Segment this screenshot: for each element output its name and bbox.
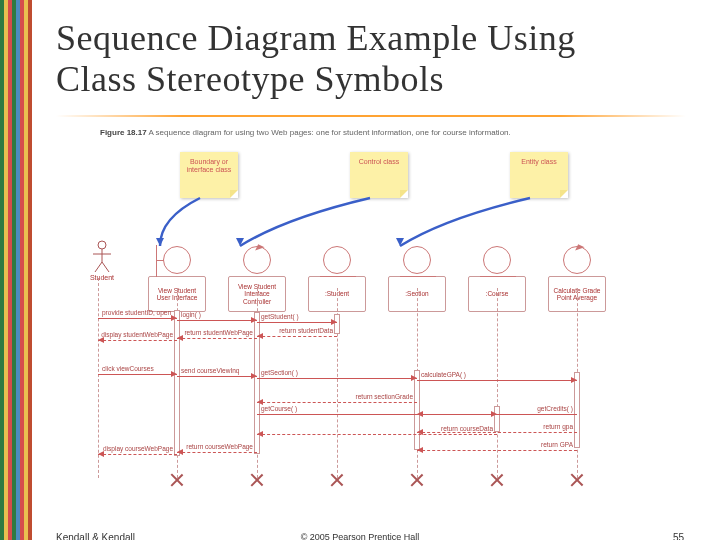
- title-line-2: Class Stereotype Symbols: [56, 59, 444, 99]
- title-underline: [56, 115, 686, 117]
- message-arrow: return gpa: [417, 426, 577, 438]
- destroy-marker: [171, 474, 183, 486]
- destroy-marker: [491, 474, 503, 486]
- slide-title: Sequence Diagram Example Using Class Ste…: [56, 18, 576, 101]
- message-arrow: provide studentID, open: [98, 312, 177, 324]
- message-arrow: calculateGPA( ): [417, 374, 577, 386]
- destroy-marker: [411, 474, 423, 486]
- message-arrow: display studentWebPage: [98, 334, 177, 346]
- message-arrow: return courseWebPage: [177, 446, 257, 458]
- destroy-marker: [331, 474, 343, 486]
- message-arrow: getSection( ): [257, 372, 417, 384]
- svg-marker-2: [396, 238, 404, 246]
- footer-page-number: 55: [673, 532, 684, 540]
- message-arrow: send courseViewInq: [177, 370, 257, 382]
- destroy-marker: [251, 474, 263, 486]
- sequence-diagram: Figure 18.17 A sequence diagram for usin…: [100, 128, 640, 488]
- sticky-note: Entity class: [510, 152, 568, 198]
- destroy-marker: [571, 474, 583, 486]
- footer-copyright: © 2005 Pearson Prentice Hall: [0, 532, 720, 540]
- figure-text: A sequence diagram for using two Web pag…: [148, 128, 510, 137]
- figure-caption: Figure 18.17 A sequence diagram for usin…: [100, 128, 640, 138]
- message-arrow: return studentWebPage: [177, 332, 257, 344]
- decorative-stripe: [0, 0, 32, 540]
- message-arrow: return GPA: [417, 444, 577, 456]
- message-arrow: return studentData: [257, 330, 337, 342]
- actor-student: Student: [82, 240, 122, 281]
- message-arrow: login( ): [177, 314, 257, 326]
- svg-line-7: [102, 262, 109, 272]
- svg-line-6: [95, 262, 102, 272]
- message-arrow: display courseWebPage: [98, 448, 177, 460]
- message-arrow: getCredits( ): [417, 408, 577, 420]
- message-arrow: click viewCourses: [98, 368, 177, 380]
- svg-point-3: [98, 241, 106, 249]
- actor-label: Student: [82, 274, 122, 281]
- sticky-note: Boundary or interface class: [180, 152, 238, 198]
- title-line-1: Sequence Diagram Example Using: [56, 18, 576, 58]
- svg-marker-0: [156, 238, 164, 246]
- svg-marker-1: [236, 238, 244, 246]
- figure-number: Figure 18.17: [100, 128, 147, 137]
- sticky-note: Control class: [350, 152, 408, 198]
